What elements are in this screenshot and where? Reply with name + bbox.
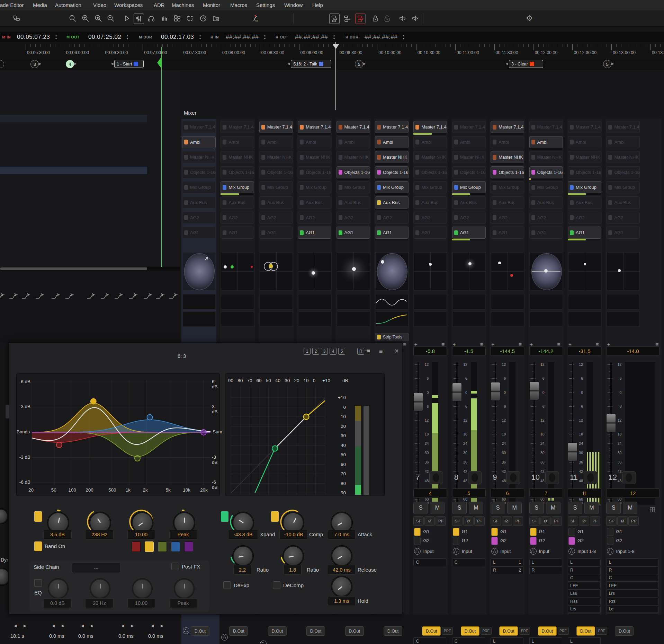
direct-out-button[interactable]: D.Out	[345, 626, 364, 636]
layers-2-icon[interactable]	[342, 14, 352, 23]
pre-badge[interactable]: PRE	[596, 627, 607, 635]
release-knob[interactable]	[331, 546, 352, 566]
zoom-out-icon[interactable]	[106, 14, 116, 23]
channel-format-row[interactable]: C	[452, 558, 485, 566]
band-q-value[interactable]: 10.00	[127, 530, 155, 539]
nudge-right-icon[interactable]: ▶	[24, 624, 26, 628]
unlock-icon[interactable]	[382, 14, 392, 23]
pin-icon[interactable]	[364, 347, 371, 356]
direct-out-button[interactable]: D.Out	[191, 626, 209, 636]
bus-assign-ag1[interactable]: AG1	[259, 227, 293, 239]
automation-tool-icon[interactable]	[114, 291, 124, 303]
fader-handle[interactable]	[530, 382, 539, 400]
timecode-spinner-1[interactable]: ▲▼	[126, 34, 129, 40]
nudge-value[interactable]: 0.0 ms	[118, 633, 134, 639]
sidechain-eq-checkbox[interactable]	[34, 579, 42, 587]
pan-display[interactable]	[260, 252, 293, 290]
automation-cell[interactable]	[182, 311, 216, 327]
channel-assign-number[interactable]: 5	[452, 488, 486, 498]
comp-ratio-value[interactable]: 1.8	[284, 565, 302, 575]
timecode-spinner-2[interactable]: ▲▼	[199, 34, 201, 40]
sc-eq-type-value[interactable]: Peak	[169, 598, 197, 608]
bus-assign-master-7-1-4[interactable]: Master 7.1.4	[298, 121, 331, 133]
group1-checkbox[interactable]	[491, 528, 498, 536]
bus-assign-mix-group[interactable]: Mix Group	[375, 181, 409, 193]
bus-assign-ag2[interactable]: AG2	[337, 212, 370, 224]
pan-display[interactable]	[375, 252, 409, 290]
solo-button[interactable]: S	[568, 502, 582, 514]
bus-assign-master-nhk[interactable]: Master NHK	[375, 151, 409, 163]
band-enable-chip[interactable]	[34, 511, 42, 522]
xpand-threshold-value[interactable]: -43.3 dB	[228, 530, 258, 539]
direct-out-button[interactable]: D.Out	[538, 626, 557, 636]
layout-grid-icon[interactable]	[172, 14, 182, 23]
bus-assign-aux-bus[interactable]: Aux Bus	[221, 196, 254, 209]
magnifier-back-icon[interactable]	[81, 14, 90, 23]
timecode-value-4[interactable]: ##:##:##:##	[295, 34, 328, 41]
channel-format-row[interactable]: R	[606, 566, 659, 574]
nudge-value[interactable]: 18.1 s	[10, 633, 24, 639]
timecode-spinner-3[interactable]: ▲▼	[263, 34, 266, 40]
channel-knob-button[interactable]	[545, 471, 559, 484]
pre-badge[interactable]: PRE	[481, 627, 492, 635]
automation-cell[interactable]	[298, 311, 331, 327]
menu-item-monitor[interactable]: Monitor	[203, 2, 220, 8]
bus-assign-master-nhk[interactable]: Master NHK	[182, 151, 216, 163]
ab-pencil-icon[interactable]: AB	[250, 14, 260, 23]
decomp-checkbox[interactable]	[273, 581, 280, 589]
gear-icon[interactable]: ⚙	[524, 14, 534, 23]
bus-assign-aux-bus[interactable]: Aux Bus	[298, 196, 331, 209]
play-icon[interactable]	[122, 14, 132, 23]
bus-assign-mix-group[interactable]: Mix Group	[182, 181, 216, 193]
sc-eq-freq-knob[interactable]	[90, 579, 110, 599]
input-row[interactable]: Input	[414, 548, 433, 555]
patch-icon[interactable]	[11, 14, 21, 23]
phase-button[interactable]: Ø	[540, 516, 551, 526]
plugin-grip[interactable]	[6, 405, 9, 418]
preset-button-3[interactable]: 3	[321, 348, 328, 355]
automation-cell[interactable]	[260, 294, 293, 309]
channel-assign-number[interactable]: 7	[529, 488, 563, 498]
automation-tool-icon[interactable]	[35, 291, 45, 303]
bus-assign-ambi[interactable]: Ambi	[259, 136, 293, 148]
timecode-value-3[interactable]: ##:##:##:##	[226, 34, 259, 41]
sc-eq-freq-value[interactable]: 20 Hz	[85, 598, 114, 608]
fader-track[interactable]	[572, 362, 573, 505]
fader-value[interactable]: -1.5	[452, 346, 486, 356]
mute-button[interactable]: M	[507, 502, 522, 514]
channel-knob-button[interactable]	[429, 471, 443, 484]
bus-assign-ag2[interactable]: AG2	[259, 212, 293, 224]
menu-item-workspaces[interactable]: Workspaces	[114, 2, 143, 8]
pf-button[interactable]: PF	[628, 516, 639, 526]
mixer-icon[interactable]	[134, 14, 144, 24]
pf-button[interactable]: PF	[590, 516, 600, 526]
bus-assign-ag2[interactable]: AG2	[182, 212, 216, 224]
bus-assign-aux-bus[interactable]: Aux Bus	[337, 196, 370, 209]
direct-out-button[interactable]: D.Out	[422, 626, 441, 636]
channel-assign-number[interactable]: 12	[606, 488, 659, 498]
bus-assign-ambi[interactable]: Ambi	[182, 136, 216, 148]
dial-icon[interactable]	[198, 14, 208, 23]
fader-handle[interactable]	[414, 393, 423, 411]
meter-bars-icon[interactable]	[160, 14, 170, 23]
automation-tool-icon[interactable]	[8, 291, 19, 303]
layers-1-icon[interactable]	[329, 14, 340, 24]
automation-tool-icon[interactable]	[128, 291, 138, 303]
meter-grid-icon[interactable]	[650, 507, 655, 512]
mute-button[interactable]: M	[430, 502, 445, 514]
fader-value[interactable]: -144.2	[529, 346, 563, 356]
direct-out-button[interactable]: D.Out	[615, 626, 634, 636]
group2-checkbox[interactable]	[530, 537, 537, 545]
solo-button[interactable]: S	[491, 502, 505, 514]
solo-button[interactable]: S	[606, 502, 621, 514]
bus-assign-ambi[interactable]: Ambi	[221, 136, 254, 148]
xpand-enable-chip[interactable]	[221, 511, 228, 522]
nudge-left-icon[interactable]: ◀	[14, 624, 17, 628]
channel-knob-button[interactable]	[506, 471, 520, 484]
channel-format-row[interactable]: Lrs	[568, 605, 601, 613]
preset-button-2[interactable]: 2	[312, 348, 319, 355]
channel-format-row[interactable]: Lrs	[606, 590, 659, 597]
channel-format-row[interactable]: R2	[491, 566, 523, 574]
pre-badge[interactable]: PRE	[519, 627, 530, 635]
postfx-checkbox[interactable]	[171, 563, 179, 570]
